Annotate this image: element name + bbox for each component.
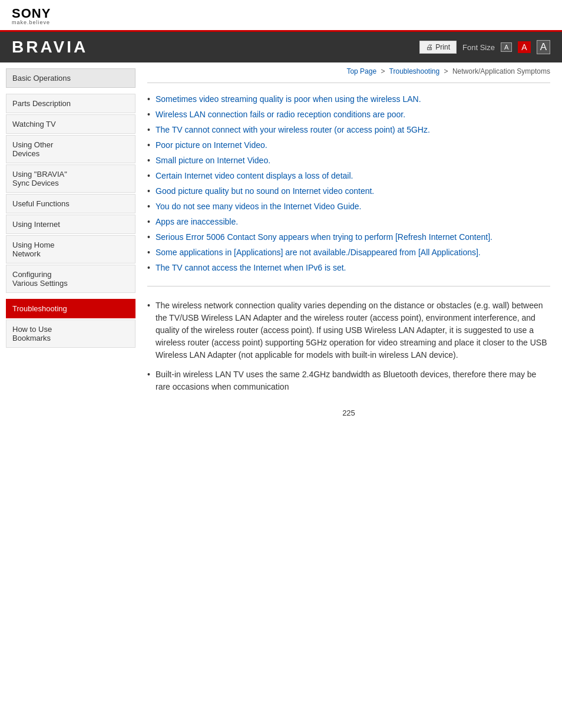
middle-divider: [147, 286, 550, 286]
sidebar-item-using-bravia-sync[interactable]: Using "BRAVIA"Sync Devices: [6, 164, 135, 193]
list-item: The wireless network connection quality …: [147, 296, 550, 365]
link-6[interactable]: Certain Internet video content displays …: [156, 171, 353, 180]
breadcrumb-sep2: >: [444, 67, 448, 75]
top-header: SONY make.believe: [0, 0, 562, 32]
breadcrumb-current: Network/Application Symptoms: [452, 67, 550, 75]
link-7[interactable]: Good picture quality but no sound on Int…: [156, 186, 374, 196]
sidebar-section-basic-operations[interactable]: Basic Operations: [6, 68, 135, 88]
list-item: Serious Error 5006 Contact Sony appears …: [147, 229, 550, 245]
page-number: 225: [147, 397, 550, 423]
font-large-button[interactable]: A: [537, 40, 550, 54]
list-item: Sometimes video streaming quality is poo…: [147, 91, 550, 107]
sidebar-item-troubleshooting[interactable]: Troubleshooting: [6, 299, 135, 318]
sidebar-item-configuring-various[interactable]: ConfiguringVarious Settings: [6, 265, 135, 293]
link-10[interactable]: Serious Error 5006 Contact Sony appears …: [156, 232, 492, 242]
sony-text: SONY: [12, 7, 550, 20]
link-3[interactable]: The TV cannot connect with your wireless…: [156, 125, 430, 134]
main-layout: Basic Operations Parts Description Watch…: [0, 62, 562, 435]
link-4[interactable]: Poor picture on Internet Video.: [156, 140, 267, 150]
content-area: Top Page > Troubleshooting > Network/App…: [141, 62, 562, 435]
print-icon: 🖨: [426, 43, 433, 51]
sidebar-item-parts-description[interactable]: Parts Description: [6, 94, 135, 113]
list-item: Wireless LAN connection fails or radio r…: [147, 107, 550, 122]
font-medium-button[interactable]: A: [518, 41, 530, 53]
bravia-title: BRAVIA: [12, 38, 88, 57]
link-list: Sometimes video streaming quality is poo…: [147, 91, 550, 275]
sidebar-item-using-internet[interactable]: Using Internet: [6, 215, 135, 234]
list-item: Small picture on Internet Video.: [147, 153, 550, 168]
breadcrumb-troubleshooting[interactable]: Troubleshooting: [389, 67, 440, 75]
link-1[interactable]: Sometimes video streaming quality is poo…: [156, 94, 421, 104]
sidebar-item-watching-tv[interactable]: Watching TV: [6, 114, 135, 134]
print-button[interactable]: 🖨 Print: [419, 41, 457, 54]
sidebar-item-using-home-network[interactable]: Using HomeNetwork: [6, 235, 135, 263]
sidebar-item-useful-functions[interactable]: Useful Functions: [6, 194, 135, 213]
breadcrumb-sep1: >: [381, 67, 385, 75]
paragraph-2: Built-in wireless LAN TV uses the same 2…: [156, 370, 536, 391]
sidebar: Basic Operations Parts Description Watch…: [0, 62, 141, 435]
list-item: Good picture quality but no sound on Int…: [147, 183, 550, 199]
print-label: Print: [435, 43, 450, 51]
link-9[interactable]: Apps are inaccessible.: [156, 217, 238, 226]
top-divider: [147, 83, 550, 83]
tagline: make.believe: [12, 20, 550, 25]
sidebar-item-using-other-devices[interactable]: Using OtherDevices: [6, 135, 135, 163]
toolbar-right: 🖨 Print Font Size A A A: [419, 40, 550, 54]
link-5[interactable]: Small picture on Internet Video.: [156, 156, 270, 165]
breadcrumb: Top Page > Troubleshooting > Network/App…: [147, 62, 550, 79]
font-small-button[interactable]: A: [501, 42, 512, 52]
text-list: The wireless network connection quality …: [147, 296, 550, 397]
list-item: Apps are inaccessible.: [147, 214, 550, 229]
list-item: Some applications in [Applications] are …: [147, 245, 550, 260]
list-item: The TV cannot connect with your wireless…: [147, 122, 550, 137]
list-item: You do not see many videos in the Intern…: [147, 199, 550, 214]
link-8[interactable]: You do not see many videos in the Intern…: [156, 202, 361, 211]
bravia-bar: BRAVIA 🖨 Print Font Size A A A: [0, 32, 562, 62]
list-item: Poor picture on Internet Video.: [147, 137, 550, 153]
link-2[interactable]: Wireless LAN connection fails or radio r…: [156, 110, 405, 119]
sony-logo: SONY make.believe: [12, 7, 550, 25]
font-size-label: Font Size: [462, 43, 495, 52]
list-item: The TV cannot access the Internet when I…: [147, 260, 550, 275]
breadcrumb-top-page[interactable]: Top Page: [346, 67, 376, 75]
sidebar-item-how-to-use-bookmarks[interactable]: How to UseBookmarks: [6, 319, 135, 348]
link-11[interactable]: Some applications in [Applications] are …: [156, 248, 481, 257]
link-12[interactable]: The TV cannot access the Internet when I…: [156, 263, 346, 272]
list-item: Built-in wireless LAN TV uses the same 2…: [147, 365, 550, 397]
list-item: Certain Internet video content displays …: [147, 168, 550, 183]
paragraph-1: The wireless network connection quality …: [156, 301, 547, 360]
